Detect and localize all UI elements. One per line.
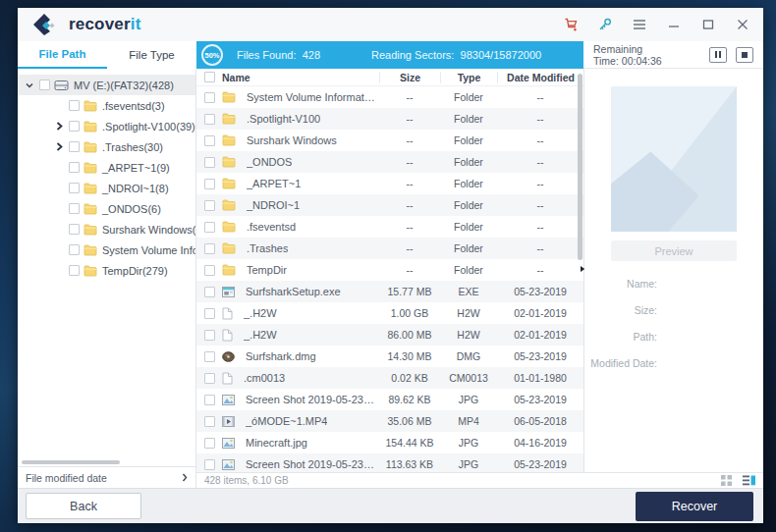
checkbox[interactable] (204, 114, 215, 125)
checkbox[interactable] (204, 459, 215, 470)
checkbox[interactable] (69, 162, 80, 173)
horizontal-scrollbar[interactable] (18, 458, 195, 466)
checkbox[interactable] (204, 287, 215, 297)
table-row[interactable]: SurfsharkSetup.exe15.77 MBEXE05-23-2019 (196, 281, 583, 302)
table-row[interactable]: _ARPET~1--Folder-- (196, 173, 583, 194)
file-modified-date-footer[interactable]: File modified date (18, 466, 195, 488)
checkbox[interactable] (69, 121, 80, 132)
list-view-icon[interactable] (743, 475, 755, 486)
tree-item[interactable]: _ONDOS(6) (18, 198, 195, 219)
checkbox[interactable] (69, 224, 80, 235)
table-row[interactable]: _óMODE~1.MP435.06 MBMP406-05-2018 (196, 410, 583, 432)
file-name: System Volume Information (247, 91, 375, 103)
chevron-right-icon[interactable] (53, 122, 65, 131)
checkbox[interactable] (69, 265, 80, 276)
checkbox[interactable] (69, 141, 80, 152)
progress-percent: 50% (201, 44, 223, 66)
files-found: Files Found: 428 (237, 49, 320, 61)
maximize-icon[interactable] (699, 16, 717, 33)
table-row[interactable]: Screen Shot 2019-05-23 at 15.24.45.j...1… (196, 453, 583, 472)
checkbox[interactable] (204, 416, 215, 427)
checkbox[interactable] (204, 243, 215, 254)
table-row[interactable]: Surfshark.dmg14.30 MBDMG05-23-2019 (196, 346, 583, 367)
folder-icon (222, 242, 236, 254)
column-type[interactable]: Type (440, 72, 497, 83)
checkbox[interactable] (69, 183, 80, 193)
file-size: 113.63 KB (379, 458, 440, 470)
checkbox[interactable] (204, 179, 215, 189)
checkbox[interactable] (69, 203, 80, 214)
image-icon (222, 459, 235, 470)
tab-file-path[interactable]: File Path (18, 41, 107, 69)
checkbox[interactable] (204, 157, 215, 168)
checkbox[interactable] (204, 395, 215, 405)
chevron-down-icon[interactable] (24, 81, 35, 89)
app-title: recoverit (69, 15, 141, 34)
tree-item[interactable]: .Trashes(30) (18, 136, 195, 157)
table-row[interactable]: _.H2W1.00 GBH2W02-01-2019 (196, 302, 583, 324)
file-type: DMG (440, 350, 497, 362)
tree-item[interactable]: System Volume Information(5) (18, 239, 195, 260)
table-row[interactable]: Surshark Windows--Folder-- (196, 130, 583, 151)
reading-sectors: Reading Sectors: 98304/15872000 (371, 49, 541, 61)
minimize-icon[interactable] (665, 16, 683, 33)
checkbox[interactable] (204, 92, 215, 103)
tree-item[interactable]: .Spotlight-V100(39) (18, 116, 195, 136)
table-row[interactable]: Minecraft.jpg154.44 KBJPG04-16-2019 (196, 432, 583, 453)
tree-item[interactable]: _NDROI~1(8) (18, 178, 195, 198)
file-date: -- (497, 91, 583, 103)
table-row[interactable]: .cm00130.02 KBCM001301-01-1980 (196, 367, 583, 389)
pause-button[interactable] (709, 47, 727, 63)
checkbox[interactable] (204, 351, 215, 362)
table-row[interactable]: .fseventsd--Folder-- (196, 216, 583, 238)
column-date-modified[interactable]: Date Modified (497, 72, 583, 83)
folder-icon (222, 264, 236, 276)
file-name: _NDROI~1 (247, 199, 300, 211)
select-all-checkbox[interactable] (204, 72, 215, 82)
column-name[interactable]: Name (222, 72, 379, 83)
tree-item[interactable]: _ARPET~1(9) (18, 157, 195, 178)
file-icon (222, 307, 233, 320)
folder-icon (83, 224, 97, 236)
checkbox[interactable] (204, 438, 215, 449)
tree-root-drive[interactable]: MV (E:)(FAT32)(428) (18, 75, 195, 95)
checkbox[interactable] (204, 265, 215, 276)
tree-item[interactable]: TempDir(279) (18, 260, 195, 281)
checkbox[interactable] (204, 308, 215, 319)
file-date: -- (497, 221, 583, 233)
checkbox[interactable] (69, 244, 80, 255)
table-row[interactable]: .Trashes--Folder-- (196, 238, 583, 259)
table-row[interactable]: _NDROI~1--Folder-- (196, 194, 583, 216)
file-type: Folder (440, 113, 497, 125)
back-button[interactable]: Back (26, 493, 141, 519)
grid-view-icon[interactable] (721, 475, 732, 486)
tree-item[interactable]: .fseventsd(3) (18, 95, 195, 116)
table-row[interactable]: System Volume Information--Folder-- (196, 86, 583, 108)
vertical-scrollbar[interactable] (578, 74, 582, 260)
checkbox[interactable] (204, 222, 215, 233)
menu-icon[interactable] (631, 16, 648, 33)
status-strip: File Path File Type 50% Files Found: 428… (18, 41, 763, 69)
cart-icon[interactable] (562, 16, 580, 33)
checkbox[interactable] (69, 100, 80, 111)
column-size[interactable]: Size (379, 72, 440, 83)
table-row[interactable]: TempDir--Folder-- (196, 259, 583, 281)
table-row[interactable]: _.H2W86.00 MBH2W02-01-2019 (196, 324, 583, 346)
checkbox[interactable] (204, 373, 215, 384)
tab-file-type[interactable]: File Type (107, 41, 196, 69)
table-row[interactable]: Screen Shot 2019-05-23 at 15.24.17.j...8… (196, 389, 583, 410)
chevron-right-icon[interactable] (53, 142, 65, 151)
checkbox[interactable] (204, 200, 215, 211)
checkbox[interactable] (39, 80, 50, 90)
panel-expander-icon[interactable] (580, 265, 585, 273)
close-icon[interactable] (734, 16, 751, 33)
key-icon[interactable] (596, 16, 614, 33)
tree-item[interactable]: Surshark Windows(21) (18, 219, 195, 239)
stop-button[interactable] (736, 47, 753, 63)
preview-button[interactable]: Preview (611, 240, 737, 261)
checkbox[interactable] (204, 135, 215, 146)
recover-button[interactable]: Recover (636, 492, 753, 521)
checkbox[interactable] (204, 330, 215, 341)
table-row[interactable]: .Spotlight-V100--Folder-- (196, 108, 583, 130)
table-row[interactable]: _ONDOS--Folder-- (196, 151, 583, 173)
